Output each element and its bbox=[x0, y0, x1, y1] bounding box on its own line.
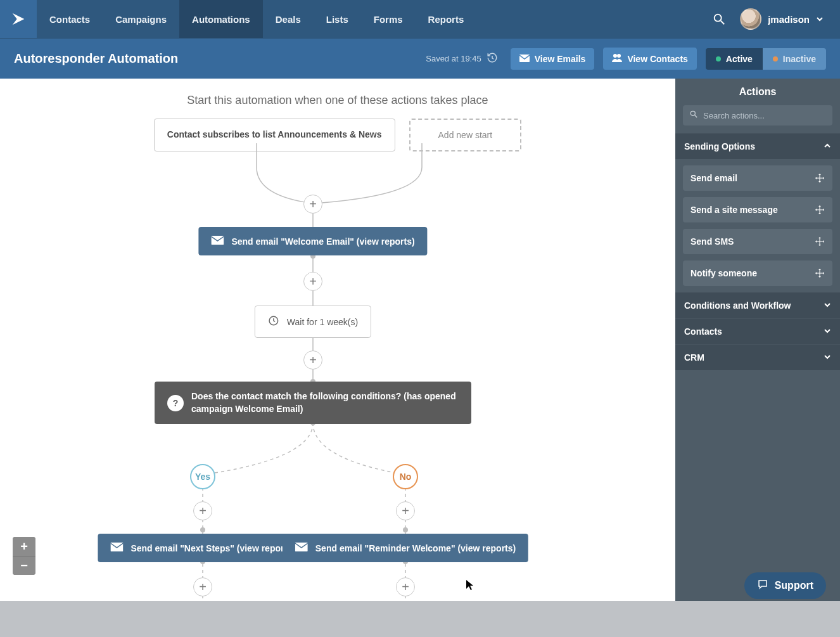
dot-active-icon bbox=[716, 56, 721, 61]
add-step-button[interactable]: + bbox=[193, 577, 212, 596]
node-label: Send email "Reminder Welcome" (view repo… bbox=[315, 543, 516, 553]
section-label: CRM bbox=[684, 352, 704, 363]
canvas-instruction: Start this automation when one of these … bbox=[0, 79, 675, 107]
add-step-button[interactable]: + bbox=[303, 195, 322, 214]
status-active[interactable]: Active bbox=[706, 48, 763, 70]
zoom-controls: + − bbox=[13, 537, 35, 575]
status-toggle[interactable]: Active Inactive bbox=[706, 48, 826, 70]
sidebar-search bbox=[675, 105, 840, 133]
mail-icon bbox=[110, 543, 123, 553]
app-logo[interactable] bbox=[0, 0, 37, 38]
nav-tab-deals[interactable]: Deals bbox=[263, 0, 314, 38]
status-inactive[interactable]: Inactive bbox=[763, 48, 826, 70]
sub-header: Autoresponder Automation Saved at 19:45 … bbox=[0, 38, 840, 79]
node-condition[interactable]: ? Does the contact match the following c… bbox=[155, 382, 471, 424]
move-icon bbox=[815, 236, 825, 247]
node-label: Wait for 1 week(s) bbox=[287, 317, 358, 327]
user-menu[interactable]: jmadison bbox=[740, 8, 824, 30]
chevron-down-icon bbox=[824, 300, 831, 311]
svg-rect-8 bbox=[211, 236, 224, 245]
automation-canvas[interactable]: Start this automation when one of these … bbox=[0, 79, 675, 637]
connector-dot bbox=[200, 527, 205, 532]
view-emails-button[interactable]: View Emails bbox=[511, 48, 595, 70]
action-label: Send SMS bbox=[690, 236, 734, 247]
nav-tab-campaigns[interactable]: Campaigns bbox=[103, 0, 179, 38]
section-crm[interactable]: CRM bbox=[675, 344, 840, 370]
chevron-down-icon bbox=[824, 352, 831, 363]
nav-tab-reports[interactable]: Reports bbox=[416, 0, 477, 38]
section-conditions-workflow[interactable]: Conditions and Workflow bbox=[675, 292, 840, 318]
section-contacts[interactable]: Contacts bbox=[675, 318, 840, 344]
search-icon bbox=[689, 110, 698, 121]
dot-inactive-icon bbox=[773, 56, 778, 61]
nav-tab-automations[interactable]: Automations bbox=[179, 0, 263, 38]
start-trigger-box[interactable]: Contact subscribes to list Announcements… bbox=[154, 119, 395, 151]
action-send-email[interactable]: Send email bbox=[683, 165, 832, 191]
svg-point-12 bbox=[690, 111, 695, 115]
branch-yes-label: Yes bbox=[195, 472, 210, 482]
history-icon[interactable] bbox=[487, 52, 498, 65]
add-step-button[interactable]: + bbox=[303, 351, 322, 370]
chevron-up-icon bbox=[824, 141, 831, 151]
users-icon bbox=[612, 53, 622, 64]
node-send-email-next[interactable]: Send email "Next Steps" (view reports) bbox=[98, 534, 307, 562]
support-button[interactable]: Support bbox=[744, 572, 826, 599]
status-active-label: Active bbox=[726, 54, 753, 64]
zoom-in-button[interactable]: + bbox=[13, 537, 35, 556]
chat-icon bbox=[757, 579, 768, 593]
nav-tab-lists[interactable]: Lists bbox=[314, 0, 361, 38]
mail-icon bbox=[519, 54, 530, 64]
sidebar-title: Actions bbox=[675, 79, 840, 105]
action-label: Send a site message bbox=[690, 205, 778, 215]
section-sending-options[interactable]: Sending Options bbox=[675, 133, 840, 159]
add-step-button[interactable]: + bbox=[396, 577, 415, 596]
page-title: Autoresponder Automation bbox=[14, 51, 178, 66]
svg-line-1 bbox=[721, 21, 725, 25]
node-send-email-reminder[interactable]: Send email "Reminder Welcome" (view repo… bbox=[283, 534, 528, 562]
caret-down-icon bbox=[816, 15, 824, 23]
move-icon bbox=[815, 268, 825, 278]
branch-no[interactable]: No bbox=[393, 464, 418, 489]
svg-rect-11 bbox=[295, 543, 308, 551]
chevron-down-icon bbox=[824, 326, 831, 337]
node-send-email-welcome[interactable]: Send email "Welcome Email" (view reports… bbox=[198, 227, 427, 255]
action-notify-someone[interactable]: Notify someone bbox=[683, 261, 832, 286]
move-icon bbox=[815, 205, 825, 215]
section-label: Contacts bbox=[684, 326, 722, 337]
search-icon[interactable] bbox=[712, 12, 726, 26]
avatar bbox=[740, 8, 761, 30]
node-label: Send email "Next Steps" (view reports) bbox=[130, 543, 295, 553]
nav-tab-forms[interactable]: Forms bbox=[361, 0, 416, 38]
svg-point-0 bbox=[715, 15, 722, 22]
node-label: Does the contact match the following con… bbox=[191, 390, 459, 415]
branch-yes[interactable]: Yes bbox=[190, 464, 215, 489]
mail-icon bbox=[295, 543, 308, 553]
svg-point-4 bbox=[617, 54, 621, 58]
move-icon bbox=[815, 173, 825, 183]
action-label: Notify someone bbox=[690, 268, 757, 278]
mail-icon bbox=[211, 236, 224, 247]
zoom-out-button[interactable]: − bbox=[13, 556, 35, 575]
add-step-button[interactable]: + bbox=[396, 501, 415, 520]
support-label: Support bbox=[775, 580, 813, 591]
username: jmadison bbox=[768, 14, 810, 25]
nav-tab-contacts[interactable]: Contacts bbox=[37, 0, 103, 38]
view-contacts-button[interactable]: View Contacts bbox=[603, 48, 696, 70]
question-icon: ? bbox=[167, 395, 184, 411]
node-wait[interactable]: Wait for 1 week(s) bbox=[255, 306, 371, 338]
add-step-button[interactable]: + bbox=[193, 501, 212, 520]
section-label: Conditions and Workflow bbox=[684, 300, 791, 311]
section-label: Sending Options bbox=[684, 141, 755, 151]
nav-tabs: Contacts Campaigns Automations Deals Lis… bbox=[37, 0, 476, 38]
view-contacts-label: View Contacts bbox=[627, 54, 687, 64]
status-inactive-label: Inactive bbox=[783, 54, 816, 64]
add-start-box[interactable]: Add new start bbox=[409, 119, 522, 151]
svg-point-3 bbox=[613, 54, 617, 58]
action-label: Send email bbox=[690, 173, 737, 183]
action-send-site-message[interactable]: Send a site message bbox=[683, 197, 832, 222]
branch-no-label: No bbox=[400, 472, 412, 482]
search-actions-input[interactable] bbox=[703, 111, 826, 120]
crop-frame bbox=[0, 601, 840, 637]
action-send-sms[interactable]: Send SMS bbox=[683, 229, 832, 254]
add-step-button[interactable]: + bbox=[303, 272, 322, 291]
